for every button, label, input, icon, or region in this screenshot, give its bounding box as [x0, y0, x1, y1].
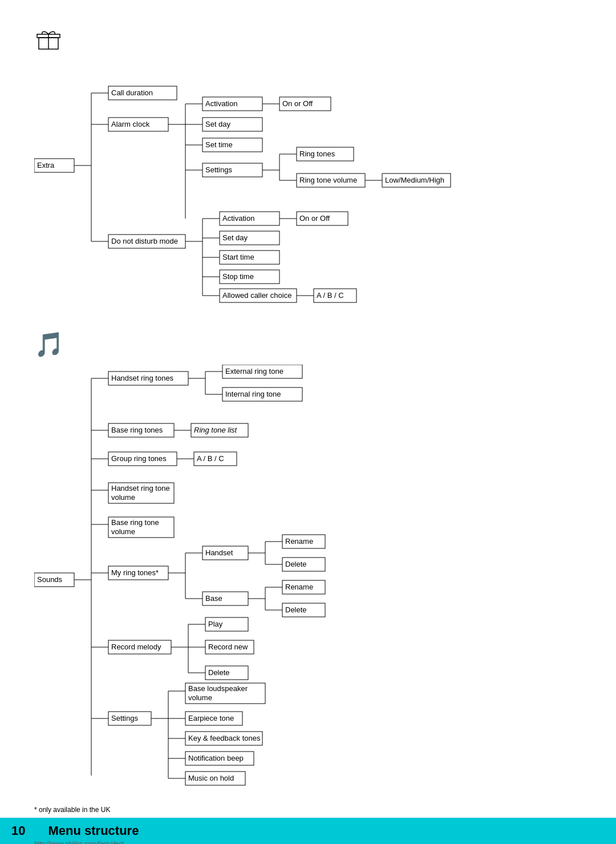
svg-text:On or Off: On or Off	[282, 99, 313, 108]
svg-text:Internal ring tone: Internal ring tone	[225, 390, 281, 398]
music-icon: 🎵	[34, 329, 63, 357]
svg-text:Delete: Delete	[285, 605, 307, 614]
svg-text:Record new: Record new	[208, 643, 248, 651]
svg-text:Start time: Start time	[222, 253, 254, 261]
svg-text:Music on hold: Music on hold	[188, 774, 234, 782]
svg-text:Set day: Set day	[205, 120, 231, 128]
svg-text:Delete: Delete	[208, 668, 230, 677]
extra-tree-svg: Extra Call duration Alarm clock Activati…	[34, 59, 593, 310]
svg-text:Group ring tones: Group ring tones	[111, 454, 167, 463]
svg-text:Rename: Rename	[285, 537, 313, 546]
svg-text:A / B / C: A / B / C	[317, 291, 344, 300]
svg-text:Alarm clock: Alarm clock	[111, 120, 150, 128]
uk-note: * only available in the UK	[34, 806, 582, 814]
svg-text:Set day: Set day	[222, 233, 248, 242]
svg-text:🎵: 🎵	[34, 330, 63, 357]
svg-text:Delete: Delete	[285, 560, 307, 568]
sounds-tree-svg: Sounds Handset ring tones External ring …	[34, 365, 593, 798]
svg-text:Key & feedback tones: Key & feedback tones	[188, 734, 261, 742]
svg-text:Ring tone list: Ring tone list	[194, 426, 238, 434]
svg-text:Allowed caller choice: Allowed caller choice	[222, 291, 291, 300]
svg-text:Base loudspeaker: Base loudspeaker	[188, 684, 248, 693]
svg-text:Rename: Rename	[285, 583, 313, 591]
page-number: 10	[11, 823, 25, 838]
svg-text:Settings: Settings	[111, 714, 138, 722]
section-extra: Extra Call duration Alarm clock Activati…	[34, 23, 582, 312]
svg-text:Activation: Activation	[222, 214, 254, 223]
svg-text:volume: volume	[111, 527, 135, 536]
music-icon-box: 🎵	[34, 329, 582, 359]
svg-text:Handset ring tone: Handset ring tone	[111, 484, 170, 492]
section-sounds: 🎵 Sounds Handset ring tones External rin…	[34, 329, 582, 814]
svg-text:Settings: Settings	[205, 165, 232, 174]
svg-text:Handset: Handset	[205, 548, 233, 557]
svg-text:Stop time: Stop time	[222, 272, 254, 281]
svg-text:Do not disturb mode: Do not disturb mode	[111, 237, 178, 245]
svg-text:Earpiece tone: Earpiece tone	[188, 714, 234, 722]
svg-text:volume: volume	[188, 693, 212, 702]
svg-text:Base ring tone: Base ring tone	[111, 518, 159, 527]
svg-text:Base ring tones: Base ring tones	[111, 426, 163, 434]
svg-text:Set time: Set time	[205, 140, 233, 149]
page-title: Menu structure	[48, 823, 139, 838]
svg-text:volume: volume	[111, 493, 135, 502]
svg-text:Play: Play	[208, 620, 223, 628]
svg-text:Activation: Activation	[205, 99, 237, 108]
gift-icon-box	[34, 23, 582, 53]
svg-text:Handset ring tones: Handset ring tones	[111, 374, 174, 382]
gift-icon	[34, 23, 63, 51]
svg-text:On or Off: On or Off	[299, 214, 330, 223]
svg-text:My ring tones*: My ring tones*	[111, 568, 159, 577]
svg-text:Ring tone volume: Ring tone volume	[299, 176, 357, 184]
footer-url: http://www.philips.com/faqs/dect	[34, 840, 124, 844]
svg-text:Sounds: Sounds	[37, 575, 63, 584]
svg-text:A / B / C: A / B / C	[197, 454, 224, 463]
svg-text:Extra: Extra	[37, 161, 55, 169]
svg-text:Ring tones: Ring tones	[299, 150, 335, 158]
svg-text:Call duration: Call duration	[111, 88, 153, 97]
svg-text:Notification beep: Notification beep	[188, 754, 244, 762]
svg-text:Record melody: Record melody	[111, 643, 161, 651]
svg-text:External ring tone: External ring tone	[225, 367, 283, 375]
svg-text:Base: Base	[205, 594, 222, 603]
svg-text:Low/Medium/High: Low/Medium/High	[385, 176, 444, 184]
